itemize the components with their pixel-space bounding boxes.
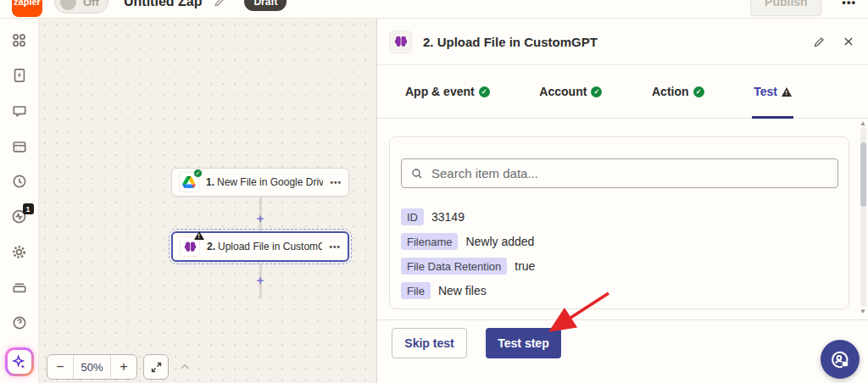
- ai-sparkle-icon: [11, 354, 27, 370]
- skip-test-button[interactable]: Skip test: [392, 328, 467, 358]
- more-menu-button[interactable]: •••: [842, 0, 856, 8]
- headset-chat-icon: [829, 348, 851, 370]
- zapier-logo[interactable]: zapier: [12, 0, 42, 17]
- tab-test[interactable]: Test !: [754, 65, 792, 118]
- edit-title-icon[interactable]: [214, 0, 225, 8]
- customgpt-icon: !: [180, 236, 200, 257]
- step-menu-button[interactable]: •••: [330, 178, 342, 187]
- tab-action[interactable]: Action✓: [652, 65, 704, 118]
- success-check-icon: ✓: [591, 86, 602, 97]
- panel-title: 2. Upload File in CustomGPT: [423, 35, 598, 49]
- step-menu-button[interactable]: •••: [329, 242, 341, 252]
- step-label: 1.New File in Google Drive: [206, 176, 323, 188]
- field-row: ID 33149: [401, 208, 837, 225]
- success-check-icon: ✓: [479, 86, 490, 97]
- field-row: File New files: [401, 282, 837, 299]
- scrollbar-up-arrow[interactable]: ▲: [860, 120, 866, 127]
- toggle-label: Off: [83, 0, 99, 8]
- collapse-toolbar-button[interactable]: [175, 354, 195, 380]
- test-data-fields: ID 33149 Filename Newly added File Data …: [401, 208, 837, 299]
- step-success-badge: ✓: [193, 169, 203, 178]
- test-step-button[interactable]: Test step: [486, 328, 561, 358]
- template-doc-icon[interactable]: [9, 66, 30, 86]
- chat-icon[interactable]: [9, 101, 30, 121]
- activity-badge: 1: [23, 203, 34, 214]
- step-label: 2.Upload File in CustomGPT: [207, 241, 322, 253]
- settings-gear-icon[interactable]: [9, 242, 30, 263]
- help-icon[interactable]: [9, 313, 30, 333]
- left-sidebar: 1: [0, 19, 39, 383]
- field-key-pill: File: [401, 282, 431, 299]
- add-step-button[interactable]: +: [253, 211, 267, 225]
- customgpt-icon: [389, 31, 412, 53]
- field-value: New files: [438, 284, 487, 297]
- publish-button[interactable]: Publish: [750, 0, 821, 16]
- success-check-icon: ✓: [693, 86, 704, 97]
- windows-icon[interactable]: [9, 277, 30, 297]
- add-step-button[interactable]: +: [253, 273, 267, 286]
- tab-app-event[interactable]: App & event✓: [405, 65, 490, 118]
- field-value: 33149: [431, 210, 465, 224]
- panel-scrollbar-thumb[interactable]: [860, 142, 866, 207]
- draft-badge: Draft: [244, 0, 287, 11]
- zoom-out-button[interactable]: −: [47, 355, 73, 379]
- zapier-editor-window: zapier Off Untitled Zap Draft Publish ••…: [0, 0, 868, 383]
- zoom-in-button[interactable]: +: [111, 355, 136, 379]
- zap-canvas[interactable]: + + ✓ 1.New File in Google Drive •••: [39, 19, 377, 383]
- step-detail-panel: 2. Upload File in CustomGPT App & event✓…: [377, 19, 868, 383]
- field-key-pill: ID: [401, 208, 424, 225]
- panel-footer: Skip test Test step: [377, 319, 868, 383]
- calendar-icon[interactable]: [9, 136, 30, 157]
- zap-on-off-toggle[interactable]: Off: [54, 0, 108, 14]
- search-item-data-box[interactable]: [401, 158, 838, 188]
- fit-to-view-button[interactable]: [143, 354, 169, 380]
- rename-step-icon[interactable]: [813, 36, 826, 48]
- step-card-google-drive[interactable]: ✓ 1.New File in Google Drive •••: [171, 168, 349, 197]
- field-key-pill: File Data Retention: [401, 258, 507, 275]
- test-result-card: ID 33149 Filename Newly added File Data …: [389, 136, 849, 309]
- field-row: File Data Retention true: [401, 258, 837, 275]
- search-icon: [410, 167, 424, 180]
- warning-triangle-icon: !: [782, 87, 792, 97]
- google-drive-icon: ✓: [179, 172, 199, 192]
- field-value: true: [515, 259, 535, 273]
- zap-title[interactable]: Untitled Zap: [124, 0, 202, 9]
- history-icon[interactable]: [9, 171, 30, 192]
- canvas-zoom-controls: − 50% +: [47, 354, 195, 380]
- step-card-customgpt[interactable]: ! 2.Upload File in CustomGPT •••: [171, 231, 349, 262]
- scrollbar-down-arrow[interactable]: ▼: [860, 308, 866, 315]
- top-bar: zapier Off Untitled Zap Draft Publish ••…: [0, 0, 868, 19]
- field-row: Filename Newly added: [401, 233, 837, 250]
- apps-grid-icon[interactable]: [9, 31, 30, 51]
- step-tabs: App & event✓ Account✓ Action✓ Test !: [377, 65, 868, 119]
- close-panel-icon[interactable]: [843, 36, 854, 47]
- tab-account[interactable]: Account✓: [539, 65, 602, 118]
- toggle-knob: [60, 0, 76, 10]
- field-key-pill: Filename: [401, 233, 458, 250]
- panel-header: 2. Upload File in CustomGPT: [377, 19, 868, 65]
- zoom-level: 50%: [73, 355, 111, 379]
- search-item-data-input[interactable]: [431, 166, 829, 180]
- field-value: Newly added: [465, 235, 534, 248]
- step-warning-badge: !: [194, 231, 204, 240]
- activity-icon[interactable]: 1: [9, 207, 30, 227]
- support-chat-button[interactable]: [821, 340, 860, 379]
- ai-copilot-button[interactable]: [5, 347, 34, 376]
